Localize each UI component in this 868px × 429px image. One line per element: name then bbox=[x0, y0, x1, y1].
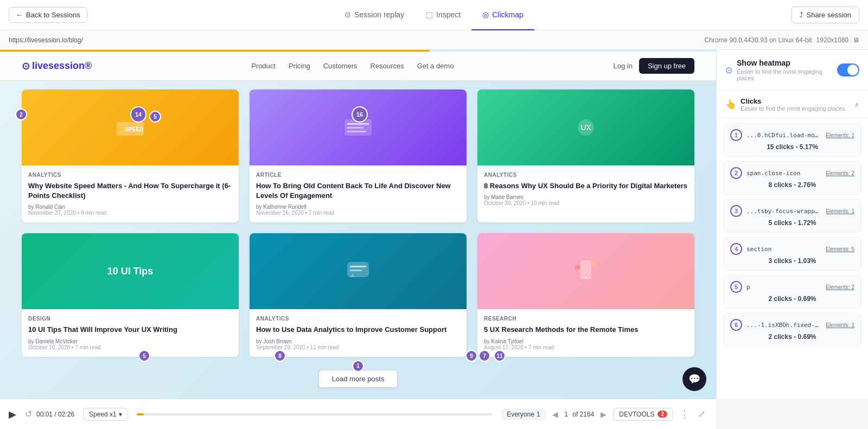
tab-clickmap[interactable]: ◎ Clickmap bbox=[471, 0, 534, 30]
click-item[interactable]: 6 ...-1.isXBOh.fixed-bg Elements: 1 2 cl… bbox=[723, 313, 861, 347]
inspect-icon: ⬚ bbox=[426, 10, 433, 19]
click-rank: 5 bbox=[730, 281, 742, 293]
click-item[interactable]: 4 section Elements: 5 3 clicks - 1.03% bbox=[723, 237, 861, 271]
filter-badge[interactable]: Everyone 1 bbox=[501, 408, 545, 420]
devtools-button[interactable]: DEVTOOLS 2 bbox=[613, 408, 673, 421]
expand-button[interactable]: ⤢ bbox=[696, 407, 707, 421]
click-stats: 2 clicks - 0.69% bbox=[730, 295, 854, 303]
nav-resources[interactable]: Resources bbox=[371, 62, 404, 70]
blog-author: by Kalina Tyrkiel bbox=[484, 338, 524, 344]
more-options-button[interactable]: ⋮ bbox=[678, 406, 692, 422]
blog-card-image: ⚡ SPEED bbox=[22, 89, 239, 165]
click-item[interactable]: 5 p Elements: 2 2 clicks - 0.69% bbox=[723, 275, 861, 309]
blog-category: ANALYTICS bbox=[256, 316, 460, 322]
page-of: of 2164 bbox=[572, 411, 594, 418]
nav-pricing[interactable]: Pricing bbox=[289, 62, 310, 70]
blog-author: by Ronald Cain bbox=[28, 204, 65, 210]
tab-inspect[interactable]: ⬚ Inspect bbox=[415, 0, 471, 30]
time-controls: ↺ 00:01 / 02:26 bbox=[25, 409, 74, 419]
click-elements-link[interactable]: Elements: 1 bbox=[826, 322, 854, 328]
site-nav-actions: Log in Sign up free bbox=[613, 58, 694, 74]
prev-page-button[interactable]: ◀ bbox=[550, 409, 560, 420]
resolution-info: 1920x1080 bbox=[816, 36, 848, 44]
click-elements-link[interactable]: Elements: 1 bbox=[826, 208, 854, 214]
click-item[interactable]: 2 span.close-icon Elements: 2 8 clicks -… bbox=[723, 161, 861, 195]
rewind-button[interactable]: ↺ bbox=[25, 409, 32, 419]
tab-session-replay[interactable]: ⊙ Session replay bbox=[334, 0, 415, 30]
load-more-section: Load more posts 1 bbox=[0, 366, 716, 392]
svg-rect-9 bbox=[350, 266, 366, 267]
timeline[interactable] bbox=[137, 413, 493, 415]
logo-icon: ⊙ bbox=[22, 60, 30, 72]
top-bar-tabs: ⊙ Session replay ⬚ Inspect ◎ Clickmap bbox=[334, 0, 534, 30]
blog-card[interactable]: ⚡ SPEED ANALYTICS Why Website Speed Matt… bbox=[22, 89, 239, 222]
panel-body: 1 ...0.hCDfui.load-more Elements: 1 15 c… bbox=[717, 119, 868, 399]
click-elements-link[interactable]: Elements: 2 bbox=[826, 170, 854, 176]
click-badge-5a: 5 bbox=[149, 111, 161, 123]
nav-customers[interactable]: Customers bbox=[323, 62, 358, 70]
blog-category: RESEARCH bbox=[484, 316, 688, 322]
click-rank: 4 bbox=[730, 243, 742, 255]
site-login-link[interactable]: Log in bbox=[613, 62, 632, 70]
click-stats: 8 clicks - 2.76% bbox=[730, 181, 854, 189]
blog-date: August 17, 2020 • 7 min read bbox=[484, 344, 554, 350]
clicks-section: 👆 Clicks Easier to find the most engagin… bbox=[717, 91, 868, 119]
url-text: https://livesession.io/blog/ bbox=[9, 36, 83, 44]
share-session-button[interactable]: ⤴ Share session bbox=[792, 7, 859, 23]
svg-rect-10 bbox=[350, 270, 362, 271]
blog-card-body: ANALYTICS How to Use Data Analytics to I… bbox=[250, 309, 467, 356]
blog-card-body: DESIGN 10 UI Tips That Will Improve Your… bbox=[22, 309, 239, 356]
clickmap-icon: ◎ bbox=[482, 10, 489, 19]
blog-meta: by Ronald Cain November 27, 2020 • 8 min… bbox=[28, 204, 232, 216]
back-button[interactable]: ← Back to Sessions bbox=[9, 7, 87, 23]
click-item-header: 5 p Elements: 2 bbox=[730, 281, 854, 293]
blog-title: How To Bring Old Content Back To Life An… bbox=[256, 181, 460, 201]
tab-session-replay-label: Session replay bbox=[354, 10, 404, 19]
share-icon: ⤴ bbox=[800, 11, 803, 19]
panel-header: ⊙ Show heatmap Easier to find the most e… bbox=[717, 50, 868, 91]
clicks-header[interactable]: 👆 Clicks Easier to find the most engagin… bbox=[725, 97, 859, 112]
click-stats: 2 clicks - 0.69% bbox=[730, 333, 854, 341]
next-page-button[interactable]: ▶ bbox=[598, 409, 609, 420]
bottom-bar: ▶ ↺ 00:01 / 02:26 Speed x1 ▾ Everyone 1 … bbox=[0, 399, 716, 429]
timeline-track bbox=[137, 413, 493, 415]
click-rank: 1 bbox=[730, 129, 742, 141]
blog-card[interactable]: RESEARCH 5 UX Research Methods for the R… bbox=[477, 233, 694, 356]
chat-widget-button[interactable]: 💬 bbox=[682, 367, 706, 391]
click-elements-link[interactable]: Elements: 1 bbox=[826, 132, 854, 138]
site-logo: ⊙ livesession® bbox=[22, 60, 92, 72]
site-signup-button[interactable]: Sign up free bbox=[639, 58, 694, 74]
click-stats: 5 clicks - 1.72% bbox=[730, 219, 854, 227]
blog-card-image: 10 UI Tips bbox=[22, 233, 239, 309]
svg-text:UX: UX bbox=[580, 123, 591, 132]
click-item[interactable]: 1 ...0.hCDfui.load-more Elements: 1 15 c… bbox=[723, 123, 861, 157]
blog-card[interactable]: 10 UI Tips DESIGN 10 UI Tips That Will I… bbox=[22, 233, 239, 356]
click-selector: p bbox=[746, 284, 821, 291]
timeline-progress bbox=[137, 413, 144, 415]
blog-card[interactable]: UX ANALYTICS 8 Reasons Why UX Should Be … bbox=[477, 89, 694, 222]
play-button[interactable]: ▶ bbox=[9, 408, 16, 420]
share-label: Share session bbox=[807, 11, 851, 19]
click-item[interactable]: 3 ...tsby-focus-wrapper Elements: 1 5 cl… bbox=[723, 199, 861, 233]
logo-text: livesession® bbox=[32, 60, 92, 72]
click-elements-link[interactable]: Elements: 5 bbox=[826, 246, 854, 252]
click-item-header: 3 ...tsby-focus-wrapper Elements: 1 bbox=[730, 205, 854, 217]
blog-meta: by Daniela McVicker October 20, 2020 • 7… bbox=[28, 338, 232, 350]
nav-demo[interactable]: Get a demo bbox=[417, 62, 454, 70]
panel-header-left: ⊙ Show heatmap Easier to find the most e… bbox=[725, 59, 837, 81]
nav-product[interactable]: Product bbox=[251, 62, 276, 70]
click-selector: ...tsby-focus-wrapper bbox=[746, 208, 821, 215]
speed-button[interactable]: Speed x1 ▾ bbox=[83, 408, 128, 421]
load-more-button[interactable]: Load more posts bbox=[318, 370, 398, 388]
panel-subtitle: Easier to find the most engaging places bbox=[737, 68, 837, 81]
speed-chevron-icon: ▾ bbox=[119, 411, 122, 418]
click-item-header: 4 section Elements: 5 bbox=[730, 243, 854, 255]
blog-author: by Daniela McVicker bbox=[28, 338, 78, 344]
blog-card-body: ANALYTICS 8 Reasons Why UX Should Be a P… bbox=[477, 165, 694, 213]
click-badge-14: 14 bbox=[130, 106, 146, 123]
click-elements-link[interactable]: Elements: 2 bbox=[826, 284, 854, 290]
blog-card[interactable]: ANALYTICS How to Use Data Analytics to I… bbox=[250, 233, 467, 356]
blog-category: ANALYTICS bbox=[28, 172, 232, 178]
heatmap-toggle[interactable] bbox=[837, 63, 859, 76]
click-badge-5b: 5 bbox=[138, 350, 150, 362]
